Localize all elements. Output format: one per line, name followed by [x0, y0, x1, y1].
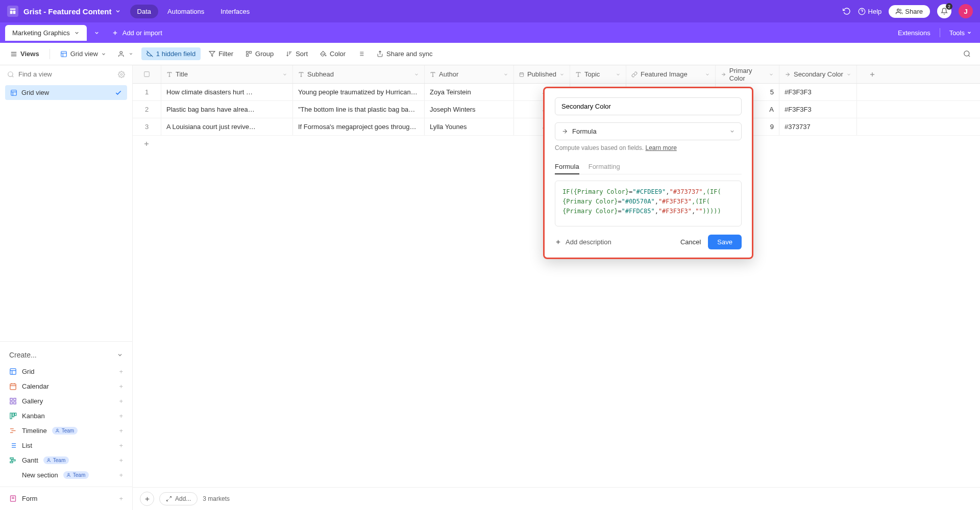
list-icon: [9, 442, 17, 449]
column-header-subhead[interactable]: Subhead: [293, 65, 425, 83]
chevron-down-icon[interactable]: [846, 72, 851, 77]
create-gallery[interactable]: Gallery+: [0, 394, 132, 409]
plus-icon: +: [119, 427, 123, 435]
tab-interfaces[interactable]: Interfaces: [213, 5, 257, 18]
find-view-input[interactable]: [18, 70, 114, 78]
cell-secondary-color[interactable]: #373737: [779, 118, 857, 135]
cell-subhead[interactable]: "The bottom line is that plastic bag ba…: [293, 101, 425, 118]
create-calendar[interactable]: Calendar+: [0, 379, 132, 394]
footer-add-record[interactable]: [140, 492, 154, 506]
table-bar: Marketing Graphics Add or import Extensi…: [0, 22, 980, 43]
filter-button[interactable]: Filter: [205, 47, 237, 60]
cell-author[interactable]: Zoya Teirstein: [425, 84, 514, 100]
column-header-author[interactable]: Author: [425, 65, 514, 83]
cell-title[interactable]: Plastic bag bans have alrea…: [161, 101, 293, 118]
active-table-tab[interactable]: Marketing Graphics: [5, 25, 87, 41]
grid-view-selector[interactable]: Grid view: [56, 47, 110, 60]
svg-rect-1: [10, 11, 13, 14]
add-description-button[interactable]: Add description: [555, 238, 611, 246]
row-number[interactable]: 2: [133, 101, 161, 118]
create-list[interactable]: List+: [0, 438, 132, 453]
share-button[interactable]: Share: [889, 5, 930, 18]
chevron-down-icon[interactable]: [115, 8, 121, 14]
top-nav-tabs: Data Automations Interfaces: [130, 5, 257, 18]
add-or-import-button[interactable]: Add or import: [106, 29, 168, 37]
cancel-button[interactable]: Cancel: [673, 235, 708, 249]
hidden-fields-button[interactable]: 1 hidden field: [141, 47, 201, 60]
app-logo-icon[interactable]: [7, 6, 18, 17]
cell-author[interactable]: Joseph Winters: [425, 101, 514, 118]
row-height-button[interactable]: [354, 48, 369, 60]
column-header-published[interactable]: Published: [514, 65, 570, 83]
column-header-topic[interactable]: Topic: [570, 65, 626, 83]
group-button[interactable]: Group: [241, 47, 278, 60]
chevron-down-icon[interactable]: [705, 72, 710, 77]
chevron-down-icon[interactable]: [559, 72, 565, 77]
help-button[interactable]: Help: [858, 8, 882, 15]
add-column-button[interactable]: [857, 65, 888, 83]
notifications-button[interactable]: 2: [937, 4, 951, 18]
extensions-button[interactable]: Extensions: [898, 29, 930, 37]
chevron-down-icon[interactable]: [616, 72, 621, 77]
user-avatar[interactable]: J: [959, 4, 973, 18]
chevron-down-icon[interactable]: [769, 72, 774, 77]
doc-title[interactable]: Grist - Featured Content: [23, 7, 112, 16]
svg-rect-56: [10, 458, 13, 460]
column-header-title[interactable]: Title: [161, 65, 293, 83]
create-grid[interactable]: Grid+: [0, 364, 132, 379]
share-sync-button[interactable]: Share and sync: [373, 47, 436, 60]
help-label: Help: [868, 8, 882, 15]
tab-formula[interactable]: Formula: [555, 160, 579, 174]
view-users-icon[interactable]: [114, 48, 137, 60]
column-header-primary[interactable]: Primary Color: [716, 65, 779, 83]
team-badge: Team: [52, 427, 78, 435]
tools-button[interactable]: Tools: [949, 29, 972, 37]
views-toggle[interactable]: Views: [6, 47, 43, 60]
learn-more-link[interactable]: Learn more: [645, 144, 676, 151]
chevron-down-icon[interactable]: [282, 72, 287, 77]
cell-subhead[interactable]: Young people traumatized by Hurrican…: [293, 84, 425, 100]
table-list-dropdown[interactable]: [88, 30, 106, 36]
table-tab-label: Marketing Graphics: [12, 29, 70, 37]
svg-rect-39: [10, 398, 12, 400]
chevron-down-icon[interactable]: [414, 72, 419, 77]
tab-formatting[interactable]: Formatting: [589, 160, 620, 174]
footer-add-menu[interactable]: Add...: [159, 492, 198, 505]
chevron-down-icon[interactable]: [503, 72, 508, 77]
create-kanban[interactable]: Kanban+: [0, 409, 132, 423]
view-item-grid[interactable]: Grid view: [5, 85, 127, 100]
timeline-icon: [9, 427, 17, 435]
create-timeline[interactable]: TimelineTeam+: [0, 423, 132, 438]
create-gantt[interactable]: GanttTeam+: [0, 453, 132, 468]
kanban-icon: [9, 412, 17, 420]
cell-title[interactable]: How climate disasters hurt …: [161, 84, 293, 100]
cell-secondary-color[interactable]: #F3F3F3: [779, 101, 857, 118]
svg-point-60: [68, 473, 69, 475]
find-view-search[interactable]: [0, 65, 132, 83]
create-form[interactable]: Form +: [0, 491, 132, 506]
column-header-featured[interactable]: Featured Image: [626, 65, 716, 83]
create-header[interactable]: Create...: [0, 346, 132, 364]
row-number[interactable]: 1: [133, 84, 161, 100]
notification-count-badge: 2: [946, 3, 952, 10]
field-name-input[interactable]: [555, 97, 742, 115]
settings-icon[interactable]: [118, 71, 125, 78]
create-new-section[interactable]: New sectionTeam+: [0, 468, 132, 482]
history-icon[interactable]: [843, 7, 851, 15]
field-type-selector[interactable]: Formula: [555, 122, 742, 140]
field-config-popover: Formula Compute values based on fields. …: [543, 87, 753, 259]
cell-secondary-color[interactable]: #F3F3F3: [779, 84, 857, 100]
search-button[interactable]: [960, 47, 974, 61]
cell-subhead[interactable]: If Formosa's megaproject goes throug…: [293, 118, 425, 135]
cell-author[interactable]: Lylla Younes: [425, 118, 514, 135]
sort-button[interactable]: Sort: [282, 47, 312, 60]
tab-data[interactable]: Data: [130, 5, 158, 18]
color-button[interactable]: Color: [316, 47, 350, 60]
row-number[interactable]: 3: [133, 118, 161, 135]
save-button[interactable]: Save: [708, 235, 742, 249]
select-all-checkbox[interactable]: [133, 65, 161, 83]
formula-editor[interactable]: IF({Primary Color}="#CFDEE9","#373737",(…: [555, 181, 742, 226]
tab-automations[interactable]: Automations: [160, 5, 211, 18]
cell-title[interactable]: A Louisiana court just revive…: [161, 118, 293, 135]
column-header-secondary[interactable]: Secondary Color: [779, 65, 857, 83]
